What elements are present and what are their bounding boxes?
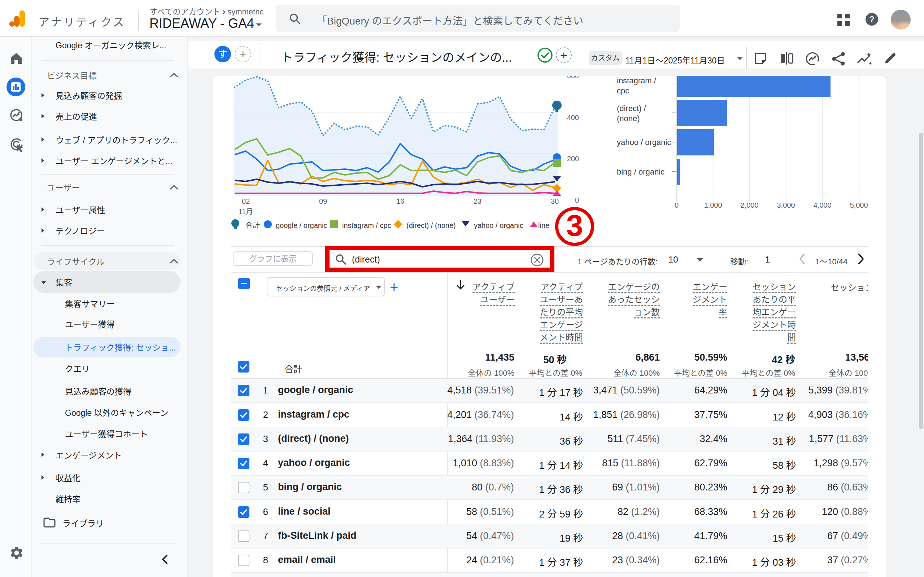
svg-text:30: 30 bbox=[551, 197, 559, 205]
svg-text:11月: 11月 bbox=[239, 208, 254, 216]
svg-text:(direct) /: (direct) / bbox=[617, 104, 646, 113]
svg-text:400: 400 bbox=[567, 114, 579, 121]
svg-text:5,000: 5,000 bbox=[850, 201, 868, 209]
svg-text:1,000: 1,000 bbox=[704, 201, 722, 209]
svg-text:(direct) / (none): (direct) / (none) bbox=[406, 221, 456, 229]
svg-text:4,000: 4,000 bbox=[813, 201, 831, 209]
svg-text:16: 16 bbox=[396, 197, 404, 205]
svg-text:0: 0 bbox=[575, 196, 579, 204]
svg-text:(none): (none) bbox=[617, 114, 640, 123]
svg-text:yahoo / organic: yahoo / organic bbox=[617, 138, 671, 147]
svg-text:0: 0 bbox=[675, 201, 678, 209]
svg-text:cpc: cpc bbox=[617, 86, 629, 95]
svg-text:02: 02 bbox=[242, 197, 250, 205]
svg-text:3,000: 3,000 bbox=[777, 201, 795, 209]
svg-text:600: 600 bbox=[567, 76, 579, 80]
svg-text:line: line bbox=[538, 221, 549, 229]
svg-text:200: 200 bbox=[567, 155, 579, 163]
svg-text:instagram /: instagram / bbox=[617, 76, 657, 85]
svg-text:23: 23 bbox=[473, 197, 481, 205]
svg-text:bing / organic: bing / organic bbox=[617, 167, 664, 176]
svg-text:instagram / cpc: instagram / cpc bbox=[342, 221, 391, 229]
svg-text:2,000: 2,000 bbox=[740, 201, 758, 209]
svg-text:yahoo / organic: yahoo / organic bbox=[474, 221, 523, 229]
svg-text:google / organic: google / organic bbox=[276, 221, 327, 229]
svg-text:09: 09 bbox=[319, 197, 327, 205]
svg-text:合計: 合計 bbox=[246, 221, 260, 229]
